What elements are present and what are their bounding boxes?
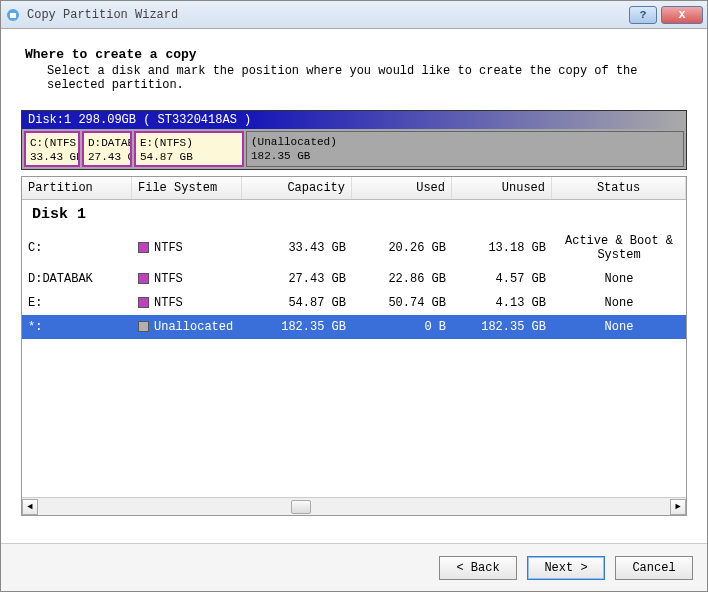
disk-group-label[interactable]: Disk 1	[22, 200, 686, 229]
window-title: Copy Partition Wizard	[27, 8, 629, 22]
disk-header-label: Disk:1 298.09GB ( ST3320418AS )	[22, 111, 686, 129]
scroll-right-icon[interactable]: ►	[670, 499, 686, 515]
col-capacity[interactable]: Capacity	[242, 177, 352, 199]
fs-swatch-icon	[138, 242, 149, 253]
app-icon	[5, 7, 21, 23]
close-button[interactable]: X	[661, 6, 703, 24]
table-header: Partition File System Capacity Used Unus…	[22, 177, 686, 200]
horizontal-scrollbar[interactable]: ◄ ►	[22, 497, 686, 515]
partition-block[interactable]: C:(NTFS)33.43 GB	[24, 131, 80, 167]
help-button[interactable]: ?	[629, 6, 657, 24]
page-subheading: Select a disk and mark the position wher…	[47, 64, 697, 92]
scroll-left-icon[interactable]: ◄	[22, 499, 38, 515]
col-unused[interactable]: Unused	[452, 177, 552, 199]
fs-swatch-icon	[138, 273, 149, 284]
partition-block[interactable]: E:(NTFS)54.87 GB	[134, 131, 244, 167]
partition-block[interactable]: D:DATABA27.43 GB	[82, 131, 132, 167]
col-filesystem[interactable]: File System	[132, 177, 242, 199]
col-used[interactable]: Used	[352, 177, 452, 199]
scroll-thumb[interactable]	[291, 500, 311, 514]
table-body: Disk 1 C:NTFS33.43 GB20.26 GB13.18 GBAct…	[22, 200, 686, 497]
titlebar: Copy Partition Wizard ? X	[1, 1, 707, 29]
table-row[interactable]: *:Unallocated182.35 GB0 B182.35 GBNone	[22, 315, 686, 339]
fs-swatch-icon	[138, 321, 149, 332]
wizard-window: Copy Partition Wizard ? X Where to creat…	[0, 0, 708, 592]
content-area: Where to create a copy Select a disk and…	[1, 29, 707, 526]
disk-layout-bar: Disk:1 298.09GB ( ST3320418AS ) C:(NTFS)…	[21, 110, 687, 170]
disk-blocks: C:(NTFS)33.43 GBD:DATABA27.43 GBE:(NTFS)…	[22, 129, 686, 169]
cancel-button[interactable]: Cancel	[615, 556, 693, 580]
next-button[interactable]: Next >	[527, 556, 605, 580]
page-heading: Where to create a copy	[25, 47, 697, 62]
partition-table: Partition File System Capacity Used Unus…	[21, 176, 687, 516]
table-row[interactable]: C:NTFS33.43 GB20.26 GB13.18 GBActive & B…	[22, 229, 686, 267]
fs-swatch-icon	[138, 297, 149, 308]
col-partition[interactable]: Partition	[22, 177, 132, 199]
back-button[interactable]: < Back	[439, 556, 517, 580]
table-row[interactable]: D:DATABAKNTFS27.43 GB22.86 GB4.57 GBNone	[22, 267, 686, 291]
unallocated-block[interactable]: (Unallocated)182.35 GB	[246, 131, 684, 167]
scroll-track[interactable]	[38, 499, 670, 515]
footer-buttons: < Back Next > Cancel	[1, 543, 707, 591]
table-row[interactable]: E:NTFS54.87 GB50.74 GB4.13 GBNone	[22, 291, 686, 315]
window-controls: ? X	[629, 6, 703, 24]
col-status[interactable]: Status	[552, 177, 686, 199]
svg-rect-1	[10, 13, 16, 18]
